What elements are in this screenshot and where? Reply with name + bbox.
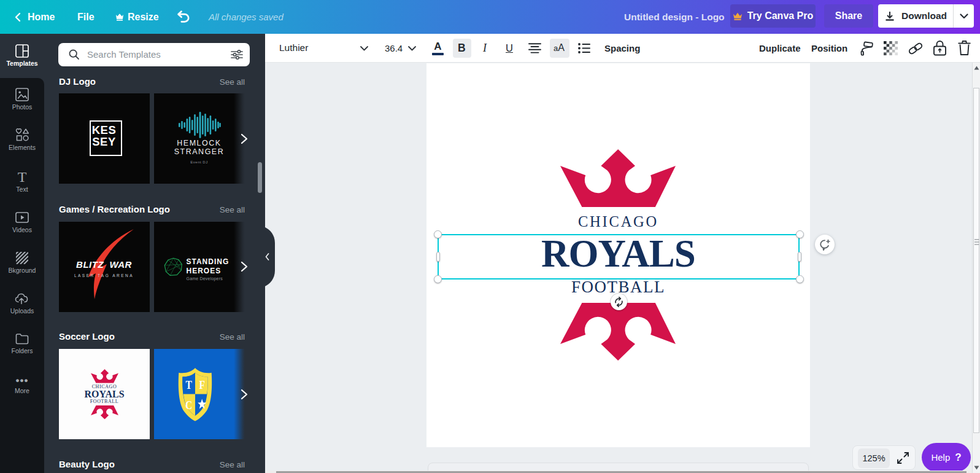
svg-text:C: C	[185, 398, 191, 412]
svg-text:T: T	[185, 378, 192, 391]
svg-text:F: F	[199, 378, 204, 391]
